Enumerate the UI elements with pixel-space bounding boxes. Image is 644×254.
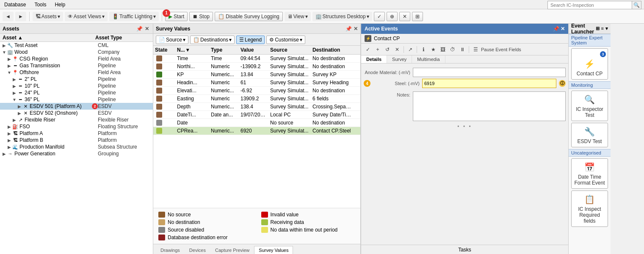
tree-expand-icon[interactable]: ▶ [12,84,17,88]
ae-add-btn[interactable]: + [373,45,382,54]
ae-refresh-btn[interactable]: ↺ [383,45,392,54]
survey-tab[interactable]: Capture Preview [210,246,254,254]
survey-row[interactable]: CPRea...Numeric...6920Survey Simulat...C… [153,127,360,135]
ae-tab[interactable]: Details [361,55,387,63]
tree-expand-icon[interactable]: ▶ [7,131,12,136]
ae-delete-btn[interactable]: ✕ [393,45,401,54]
el-event-button[interactable]: 3⚡Contact CP [571,48,608,80]
survey-row[interactable]: DateNo sourceNo destination [153,119,360,127]
el-event-button[interactable]: 📅Date Time Format Event [571,158,608,189]
tree-item[interactable]: ▶━10" PLPipeline [0,83,153,89]
survey-tab[interactable]: Drawings [156,246,185,254]
survey-row[interactable]: Headin...Numeric61Survey Simulat...Surve… [153,79,360,87]
survey-row[interactable]: Northi...Numeric-13909.2Survey Simulat..… [153,63,360,71]
customise-button[interactable]: ⚙ Customise ▾ [266,36,305,44]
ae-field-input[interactable] [422,79,556,88]
nav-fwd-btn[interactable]: ► [15,12,26,21]
tree-item[interactable]: ▶⛽FSOFloating Structure [0,123,153,130]
el-arrow-btn[interactable]: ▾ [605,26,608,31]
el-grid-btn[interactable]: ⊞ [596,26,600,31]
tree-expand-icon[interactable]: ▶ [7,138,12,143]
tree-expand-icon[interactable]: ▶ [7,145,12,149]
survey-row[interactable]: DateTi...Date an...19/07/2024...Local PC… [153,111,360,119]
ae-tab[interactable]: Multimedia [412,55,445,63]
tree-item[interactable]: ▶🏗Platform BPlatform [0,137,153,144]
asset-views-dropdown[interactable]: 👁 Asset Views ▾ [65,12,108,21]
menu-database[interactable]: Database [3,1,28,8]
ae-star-btn[interactable]: ★ [429,45,437,54]
toolbar-btn-3[interactable]: ✕ [399,12,410,21]
tree-item[interactable]: ▼━36" PLPipeline [0,96,153,103]
tree-expand-icon[interactable]: ▶ [12,77,17,82]
survey-row[interactable]: Elevati...Numeric...-6.92Survey Simulat.… [153,87,360,95]
tree-expand-icon[interactable]: ▶ [17,111,22,116]
tree-item[interactable]: ▼📍OffshoreField Area [0,69,153,76]
survey-row[interactable]: DepthNumeric...138.4Survey Simulat...Cro… [153,103,360,111]
assets-dropdown[interactable]: 🏗 Assets ▾ [33,12,63,21]
survey-tab[interactable]: Devices [185,246,210,254]
tree-item[interactable]: ▶✕ESDV 502 (Onshore)ESDV [0,110,153,116]
nav-back-btn[interactable]: ◄ [3,12,14,21]
tree-expand-icon[interactable]: ▼ [2,50,7,55]
tree-item[interactable]: ▶→Power GenerationGrouping [0,150,153,157]
ae-tab[interactable]: Survey [387,55,412,63]
tree-expand-icon[interactable]: ▶ [12,118,17,122]
tree-item[interactable]: ▶🔧Test AssetCML [0,42,153,49]
tree-item[interactable]: ▶✕ESDV 501 (Platform A)2ESDV [0,103,153,110]
ae-check-btn[interactable]: ✓ [364,45,372,54]
tree-expand-icon[interactable]: ▶ [2,152,7,156]
ae-field-input[interactable] [413,68,566,77]
tree-item[interactable]: ▶━24" PLPipeline [0,89,153,96]
col-n-header[interactable]: N... ▾ [175,47,209,53]
ae-pin-btn[interactable]: 📌 [553,26,559,32]
survey-row[interactable]: KPNumeric...13.84Survey Simulat...Survey… [153,71,360,79]
menu-tools[interactable]: Tools [33,1,48,8]
tree-item[interactable]: ▶━Gas TransmissionPipeline [0,62,153,69]
ae-timer-btn[interactable]: ⏱ [448,45,457,54]
ae-arrow-btn[interactable]: ↗ [406,45,415,54]
survey-row[interactable]: EastingNumeric13909.2Survey Simulat...6 … [153,95,360,103]
tree-expand-icon[interactable]: ▶ [12,91,17,95]
ae-close-btn[interactable]: ✕ [561,26,565,32]
el-list-btn[interactable]: ≡ [601,26,604,31]
tree-item[interactable]: ▶🌊Production ManifoldSubsea Structure [0,144,153,150]
ae-image-btn[interactable]: 🖼 [439,45,447,54]
tree-expand-icon[interactable]: ▶ [7,57,12,61]
survey-pin-btn[interactable]: 📌 [345,26,352,32]
search-button[interactable]: 🔍 [632,1,641,9]
tree-item[interactable]: ▶↗Flexible RiserFlexible Riser [0,116,153,123]
assets-close-btn[interactable]: ✕ [144,25,150,32]
survey-tab[interactable]: Survey Values [254,246,293,254]
tree-item[interactable]: ▼🏢WoodCompany [0,49,153,55]
tree-item[interactable]: ▶🏗Platform APlatform [0,130,153,137]
tree-expand-icon[interactable]: ▶ [7,124,12,129]
tree-expand-icon[interactable]: ▶ [7,64,12,68]
view-dropdown[interactable]: 🖥 View ▾ [285,12,311,21]
destinations-button[interactable]: 📋 Destinations ▾ [190,36,235,44]
tree-item[interactable]: ▶📍CSG RegionField Area [0,55,153,62]
col-asset-header[interactable]: Asset ▲ [3,35,95,41]
survey-close-btn[interactable]: ✕ [354,26,358,32]
disable-survey-logging-button[interactable]: 📋 Disable Survey Logging [215,12,283,21]
tree-expand-icon[interactable]: ▼ [7,70,12,75]
source-button[interactable]: 📄 Source ▾ [156,36,188,44]
menu-help[interactable]: Help [53,1,67,8]
search-input[interactable] [547,1,632,9]
legend-button[interactable]: ☰ Legend [236,36,265,44]
info-icon[interactable]: ⓘ [559,80,566,87]
ae-info-btn[interactable]: ℹ [419,45,428,54]
traffic-lighting-dropdown[interactable]: 🚦 Traffic Lighting ▾ [109,12,159,21]
structures-desktop-dropdown[interactable]: 🏢 Structures Desktop ▾ [312,12,372,21]
el-event-button[interactable]: 🔍IC Inspector Test [571,91,608,121]
tree-expand-icon[interactable]: ▶ [17,104,22,109]
toolbar-btn-1[interactable]: ✓ [374,12,385,21]
survey-row[interactable]: TimeTime09:44:54Survey Simulat...No dest… [153,55,360,63]
el-event-button[interactable]: 📋IC Inspect Required fields [571,190,608,227]
tree-expand-icon[interactable]: ▼ [12,97,17,102]
toolbar-btn-4[interactable]: ⊞ [412,12,423,21]
stop-button[interactable]: ⏹ Stop [189,12,213,21]
tree-item[interactable]: ▶━2" PLPipeline [0,76,153,83]
ae-notes-input[interactable] [413,91,566,121]
el-event-button[interactable]: 🔧ESDV Test [571,123,608,147]
ae-pause-btn[interactable]: ⏸ [458,45,467,54]
